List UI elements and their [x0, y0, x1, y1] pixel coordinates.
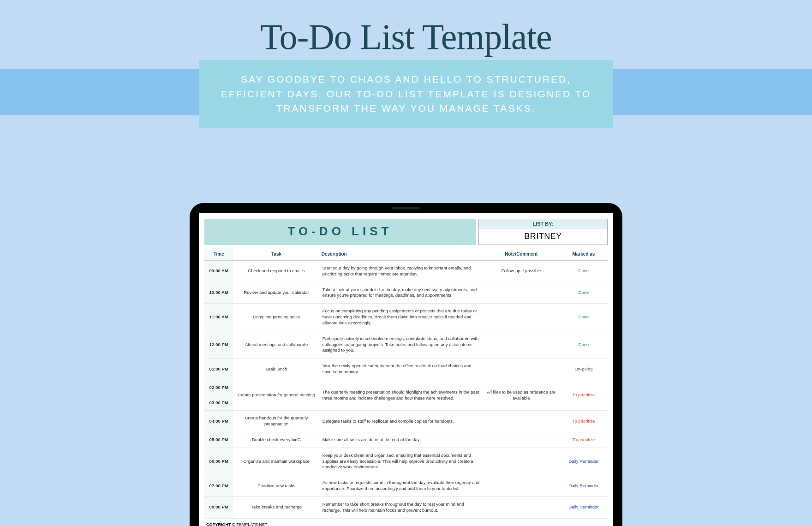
- cell-time: 04:00 PM: [204, 411, 233, 432]
- cell-status: To prioritize: [560, 411, 608, 432]
- cell-status: Done: [560, 261, 608, 282]
- cell-note: [483, 475, 559, 497]
- copyright: COPYRIGHT © TEMPLATE.NET: [204, 519, 608, 526]
- cell-time: 03:00 PM: [204, 395, 233, 411]
- table-row: 06:00 PMOrganize and maintain workspaceK…: [204, 448, 608, 475]
- cell-desc: The quarterly meeting presentation shoul…: [320, 380, 483, 411]
- cell-time: 01:00 PM: [204, 359, 233, 380]
- hero-subtitle: SAY GOODBYE TO CHAOS AND HELLO TO STRUCT…: [218, 72, 594, 116]
- cell-status: On-going: [560, 359, 608, 380]
- cell-desc: Keep your desk clean and organized, ensu…: [320, 448, 483, 475]
- cell-time: 10:00 AM: [204, 282, 233, 304]
- cell-desc: Remember to take short breaks throughout…: [320, 496, 483, 518]
- cell-task: Organize and maintain workspace: [233, 448, 319, 475]
- tablet-screen: TO-DO LIST LIST BY: BRITNEY Time Task De…: [199, 213, 613, 526]
- table-row: 08:00 PMTake breaks and rechargeRemember…: [204, 496, 608, 518]
- cell-status: To prioritize: [560, 432, 608, 448]
- th-status: Marked as: [560, 248, 608, 261]
- cell-task: Take breaks and recharge: [233, 496, 319, 518]
- cell-note: [483, 432, 559, 448]
- cell-note: [483, 331, 559, 358]
- cell-time: 07:00 PM: [204, 475, 233, 497]
- table-row: 07:00 PMPrioritize new tasksAs new tasks…: [204, 475, 608, 497]
- doc-header: TO-DO LIST LIST BY: BRITNEY: [204, 219, 608, 245]
- cell-status: Daily Reminder: [560, 496, 608, 518]
- page-title: To-Do List Template: [0, 0, 812, 58]
- cell-task: Create handous for the quarterly present…: [233, 411, 319, 432]
- cell-time: 05:00 PM: [204, 432, 233, 448]
- cell-task: Prioritize new tasks: [233, 475, 319, 497]
- cell-status: Daily Reminder: [560, 448, 608, 475]
- cell-desc: Delegate tasks to staff to replicate and…: [320, 411, 483, 432]
- table-row: 04:00 PMCreate handous for the quarterly…: [204, 411, 608, 432]
- cell-note: [483, 448, 559, 475]
- cell-time: 08:00 PM: [204, 496, 233, 518]
- cell-desc: Start your day by going through your inb…: [320, 261, 483, 282]
- cell-time: 12:00 PM: [204, 331, 233, 358]
- cell-task: Grab lunch: [233, 359, 319, 380]
- table-row: 10:00 AMReview and update your calendarT…: [204, 282, 608, 304]
- table-row: 02:00 PMCreate presentation for general …: [204, 380, 608, 395]
- cell-status: Done: [560, 331, 608, 358]
- cell-time: 09:00 AM: [204, 261, 233, 282]
- copyright-rest: TEMPLATE.NET: [236, 522, 267, 526]
- cell-status: Done: [560, 282, 608, 304]
- cell-desc: Focus on completing any pending assignme…: [320, 304, 483, 331]
- cell-task: Create presentation for general meeting: [233, 380, 319, 411]
- cell-note: Follow-up if possible: [483, 261, 559, 282]
- cell-task: Complete pending tasks: [233, 304, 319, 331]
- cell-desc: Visit the newly-opened cafeteria near th…: [320, 359, 483, 380]
- cell-status: Done: [560, 304, 608, 331]
- listby-label: LIST BY:: [478, 219, 608, 228]
- th-desc: Description: [320, 248, 483, 261]
- copyright-bold: COPYRIGHT ©: [206, 522, 236, 526]
- doc-title: TO-DO LIST: [204, 219, 476, 245]
- cell-note: [483, 359, 559, 380]
- cell-status: To prioritize: [560, 380, 608, 411]
- table-row: 12:00 PMAttend meetings and collaborateP…: [204, 331, 608, 358]
- listby-section: LIST BY: BRITNEY: [478, 219, 608, 245]
- cell-note: [483, 304, 559, 331]
- cell-time: 11:00 AM: [204, 304, 233, 331]
- table-row: 05:00 PMDouble check everythinGMake sure…: [204, 432, 608, 448]
- cell-time: 02:00 PM: [204, 380, 233, 395]
- cell-task: Check and respond to emails: [233, 261, 319, 282]
- cell-desc: Take a look at your schedule for the day…: [320, 282, 483, 304]
- cell-note: All files to be used as reference are av…: [483, 380, 559, 411]
- th-note: Note/Comment: [483, 248, 559, 261]
- cell-task: Review and update your calendar: [233, 282, 319, 304]
- listby-value: BRITNEY: [478, 228, 608, 245]
- table-row: 11:00 AMComplete pending tasksFocus on c…: [204, 304, 608, 331]
- cell-desc: Participate actively in scheduled meetin…: [320, 331, 483, 358]
- cell-note: [483, 282, 559, 304]
- table-row: 01:00 PMGrab lunchVisit the newly-opened…: [204, 359, 608, 380]
- table-header-row: Time Task Description Note/Comment Marke…: [204, 248, 608, 261]
- cell-note: [483, 496, 559, 518]
- cell-desc: As new tasks or requests come in through…: [320, 475, 483, 497]
- th-task: Task: [233, 248, 319, 261]
- tablet-frame: TO-DO LIST LIST BY: BRITNEY Time Task De…: [190, 203, 622, 526]
- cell-task: Double check everythinG: [233, 432, 319, 448]
- cell-note: [483, 411, 559, 432]
- hero-subtitle-box: SAY GOODBYE TO CHAOS AND HELLO TO STRUCT…: [199, 60, 613, 128]
- todo-table: Time Task Description Note/Comment Marke…: [204, 248, 608, 519]
- table-row: 09:00 AMCheck and respond to emailsStart…: [204, 261, 608, 282]
- cell-desc: Make sure all tasks are done at the end …: [320, 432, 483, 448]
- cell-task: Attend meetings and collaborate: [233, 331, 319, 358]
- th-time: Time: [204, 248, 233, 261]
- cell-time: 06:00 PM: [204, 448, 233, 475]
- cell-status: Daily Reminder: [560, 475, 608, 497]
